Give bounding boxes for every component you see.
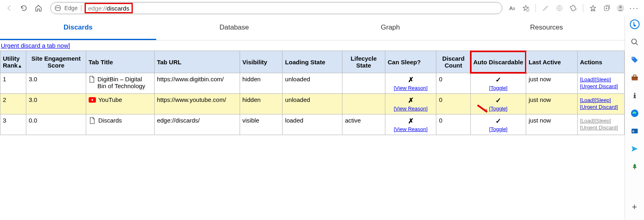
sleep-action[interactable]: [Sleep] (595, 97, 611, 103)
cell-can-sleep: ✗[View Reason] (385, 94, 436, 114)
home-button[interactable] (32, 2, 45, 14)
load-action[interactable]: [Load] (580, 76, 595, 82)
url-path: discards (107, 5, 130, 12)
pen-icon[interactable] (542, 4, 550, 12)
favorite-add-icon[interactable]: + (522, 4, 530, 12)
add-sidebar-icon[interactable]: + (630, 202, 640, 212)
header-last-active[interactable]: Last Active (526, 51, 578, 73)
right-sidebar: + (625, 16, 644, 220)
cell-auto-discardable: ✓[Toggle] (470, 73, 526, 94)
tab-resources[interactable]: Resources (468, 16, 625, 40)
svg-point-7 (619, 6, 622, 8)
cell-rank: 1 (0, 73, 26, 94)
tab-graph[interactable]: Graph (312, 16, 469, 40)
cell-visibility: hidden (240, 94, 283, 114)
svg-point-12 (632, 58, 633, 59)
chess-icon[interactable] (630, 91, 640, 100)
view-reason-link[interactable]: [View Reason] (394, 106, 428, 112)
cell-last-active: just now (526, 94, 578, 114)
urgent-discard-action[interactable]: [Urgent Discard] (580, 125, 618, 131)
cell-auto-discardable: ✓[Toggle] (470, 94, 526, 114)
header-visibility[interactable]: Visibility (240, 51, 283, 73)
cell-lifecycle (342, 73, 385, 94)
cell-url: edge://discards/ (154, 114, 240, 135)
load-action[interactable]: [Load] (580, 118, 595, 124)
address-bar[interactable]: Edge edge://discards (50, 2, 502, 14)
toolbox-icon[interactable] (630, 73, 640, 82)
header-lifecycle-state[interactable]: Lifecycle State (342, 51, 385, 73)
view-reason-link[interactable]: [View Reason] (394, 85, 428, 91)
tab-database[interactable]: Database (156, 16, 312, 40)
tab-discards[interactable]: Discards (0, 16, 156, 40)
page-tabs: Discards Database Graph Resources (0, 16, 625, 40)
back-button[interactable] (3, 2, 15, 14)
cell-visibility: visible (240, 114, 283, 135)
cell-loading: unloaded (283, 94, 342, 114)
toggle-link[interactable]: [Toggle] (489, 126, 508, 132)
header-can-sleep[interactable]: Can Sleep? (385, 51, 436, 73)
toggle-link[interactable]: [Toggle] (489, 106, 508, 112)
header-utility-rank[interactable]: Utility Rank▲ (0, 51, 26, 73)
header-tab-title[interactable]: Tab Title (86, 51, 154, 73)
cell-last-active: just now (526, 73, 578, 94)
header-discard-count[interactable]: Discard Count (436, 51, 470, 73)
bing-icon[interactable] (630, 19, 640, 29)
send-icon[interactable] (630, 144, 640, 154)
header-actions[interactable]: Actions (577, 51, 624, 73)
table-row: 13.0DigitBin – Digital Bin of Technology… (0, 73, 625, 94)
url-highlight-box: edge://discards (85, 3, 133, 13)
browser-toolbar: Edge edge://discards A)) + ··· (0, 0, 644, 16)
table-row: 30.0Discardsedge://discards/visibleloade… (0, 114, 625, 135)
cell-actions: [Load][Sleep][Urgent Discard] (577, 114, 624, 135)
tree-icon[interactable] (630, 162, 640, 171)
toolbar-right: A)) + ··· (508, 4, 641, 12)
cell-discard-count: 0 (436, 94, 470, 114)
table-row: 23.0YouTubehttps://www.youtube.com/hidde… (0, 94, 625, 114)
edge-side-icon[interactable] (630, 108, 640, 118)
header-auto-discardable[interactable]: Auto Discardable (470, 51, 526, 73)
tag-icon[interactable] (630, 55, 640, 65)
extensions-icon[interactable] (569, 4, 577, 12)
favorites-icon[interactable] (589, 4, 597, 12)
cell-rank: 3 (0, 114, 26, 135)
header-tab-url[interactable]: Tab URL (154, 51, 240, 73)
toggle-link[interactable]: [Toggle] (489, 85, 508, 91)
svg-text:+: + (527, 9, 529, 11)
header-site-engagement[interactable]: Site Engagement Score (26, 51, 86, 73)
profile-icon[interactable] (616, 4, 625, 12)
svg-line-11 (635, 43, 638, 45)
read-aloud-icon[interactable]: A)) (508, 4, 516, 12)
cell-discard-count: 0 (436, 114, 470, 135)
cell-auto-discardable: ✓[Toggle] (470, 114, 526, 135)
load-action[interactable]: [Load] (580, 97, 595, 103)
cell-can-sleep: ✗[View Reason] (385, 114, 436, 135)
cell-last-active: just now (526, 114, 578, 135)
search-icon[interactable] (630, 37, 640, 47)
cell-title: Discards (86, 114, 154, 135)
header-loading-state[interactable]: Loading State (283, 51, 342, 73)
svg-rect-20 (634, 168, 635, 169)
cell-can-sleep: ✗[View Reason] (385, 73, 436, 94)
refresh-button[interactable] (18, 2, 30, 14)
cell-loading: unloaded (283, 73, 342, 94)
urgent-discard-action[interactable]: [Urgent Discard] (580, 104, 618, 110)
cell-visibility: hidden (240, 73, 283, 94)
cell-url: https://www.youtube.com/ (154, 94, 240, 114)
cell-score: 3.0 (26, 94, 86, 114)
globe-icon[interactable] (555, 4, 563, 12)
urgent-discard-link[interactable]: Urgent discard a tab now] (0, 40, 71, 51)
collections-icon[interactable] (603, 4, 611, 12)
sleep-action[interactable]: [Sleep] (595, 118, 611, 124)
cell-lifecycle (342, 94, 385, 114)
svg-point-10 (631, 39, 636, 44)
sleep-action[interactable]: [Sleep] (595, 76, 611, 82)
outlook-icon[interactable] (630, 126, 640, 136)
urgent-discard-action[interactable]: [Urgent Discard] (580, 83, 618, 89)
discards-table: Utility Rank▲ Site Engagement Score Tab … (0, 51, 625, 135)
cell-loading: loaded (283, 114, 342, 135)
youtube-icon (89, 96, 96, 104)
cell-lifecycle: active (342, 114, 385, 135)
cell-score: 0.0 (26, 114, 86, 135)
view-reason-link[interactable]: [View Reason] (394, 126, 428, 132)
more-menu-icon[interactable]: ··· (630, 4, 638, 12)
